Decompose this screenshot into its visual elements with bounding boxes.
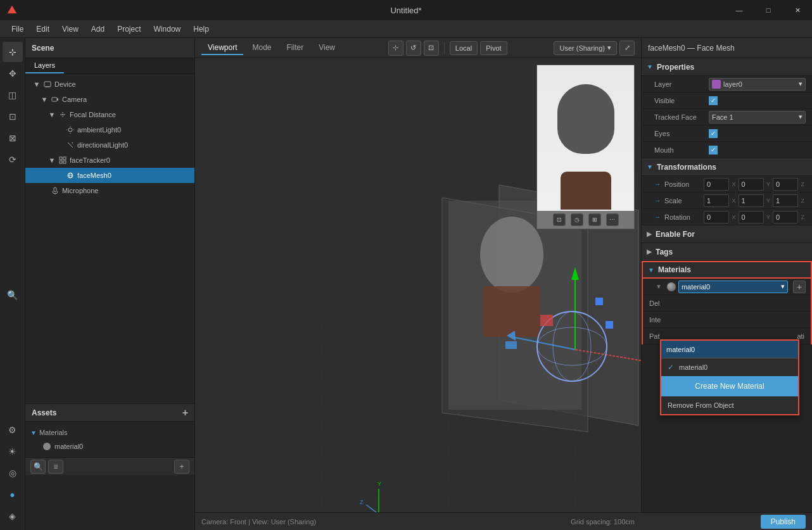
menu-file[interactable]: File — [5, 22, 30, 36]
assets-filter-btn[interactable]: ≡ — [48, 460, 63, 474]
tree-arrow-facetracker[interactable]: ▼ — [48, 156, 56, 164]
tree-item-focal[interactable]: ▼ Focal Distance — [25, 107, 194, 122]
layer-select[interactable]: layer0 ▾ — [709, 78, 806, 91]
transform-arrow: ▼ — [647, 163, 653, 170]
close-button[interactable]: ✕ — [783, 0, 812, 20]
mat-expand-arrow: ▼ — [656, 283, 662, 290]
mat-dropdown[interactable]: material0 ▾ — [678, 281, 788, 293]
svg-line-12 — [68, 142, 73, 148]
mouth-checkbox[interactable]: ✓ — [709, 146, 718, 155]
menu-bar: File Edit View Add Project Window Help — [0, 20, 812, 38]
tab-filter[interactable]: Filter — [281, 41, 310, 55]
tracked-face-select[interactable]: Face 1 ▾ — [709, 111, 806, 123]
tracked-face-chevron-icon: ▾ — [799, 113, 802, 121]
enable-for-arrow: ▶ — [647, 230, 652, 237]
assets-panel: Assets + ▼ Materials material0 🔍 ≡ + — [25, 403, 194, 530]
toolbar-bottom5[interactable]: ◈ — [3, 506, 23, 526]
section-enable-for[interactable]: ▶ Enable For — [642, 225, 812, 243]
tracked-face-label: Tracked Face — [654, 113, 705, 121]
vp-user-sharing-btn[interactable]: User (Sharing) ▾ — [554, 41, 617, 55]
vp-local-btn[interactable]: Local — [450, 41, 478, 55]
tab-viewport[interactable]: Viewport — [201, 41, 243, 55]
vp-rotate-btn[interactable]: ↺ — [406, 41, 421, 56]
vp-expand-btn[interactable]: ⤢ — [619, 41, 635, 56]
cam-btn4[interactable]: ⋯ — [606, 213, 619, 226]
toolbar-bottom1[interactable]: ⚙ — [3, 420, 23, 440]
scale-z-field[interactable]: 1 — [773, 194, 798, 207]
assets-add-btn[interactable]: + — [182, 407, 188, 419]
prop-layer: Layer layer0 ▾ — [642, 76, 812, 92]
toolbar-tool6[interactable]: ⟳ — [3, 149, 23, 170]
mat-add-btn[interactable]: + — [793, 281, 806, 293]
viewport-canvas[interactable]: X Y Z ⊡ ◷ ⊞ ⋯ — [195, 58, 641, 512]
vp-select-btn[interactable]: ⊹ — [388, 41, 403, 56]
asset-material0[interactable]: material0 — [25, 439, 194, 453]
assets-search-btn[interactable]: 🔍 — [30, 460, 46, 474]
eyes-checkbox[interactable]: ✓ — [709, 129, 718, 138]
toolbar-bottom2[interactable]: ☀ — [3, 441, 23, 462]
dropdown-item-material0[interactable]: ✓ material0 — [661, 358, 798, 376]
rotation-z-field[interactable]: 0 — [773, 211, 798, 224]
assets-group-arrow: ▼ — [30, 429, 37, 436]
maximize-button[interactable]: □ — [754, 0, 783, 20]
visible-checkbox[interactable]: ✓ — [709, 96, 718, 105]
menu-view[interactable]: View — [56, 22, 85, 36]
transform-position: → Position 0 X 0 Y 0 Z — [642, 176, 812, 192]
rotation-y-field[interactable]: 0 — [739, 211, 764, 224]
position-x-field[interactable]: 0 — [704, 178, 729, 191]
tree-item-facetracker[interactable]: ▼ faceTracker0 — [25, 153, 194, 168]
position-y-field[interactable]: 0 — [739, 178, 764, 191]
tree-item-directional[interactable]: ▶ directionalLight0 — [25, 137, 194, 153]
scale-y-field[interactable]: 1 — [739, 194, 764, 207]
toolbar-tool4[interactable]: ⊡ — [3, 106, 23, 127]
assets-group-materials[interactable]: ▼ Materials — [25, 426, 194, 439]
toolbar-tool5[interactable]: ⊠ — [3, 128, 23, 148]
position-z-field[interactable]: 0 — [773, 178, 798, 191]
tree-item-camera[interactable]: ▼ Camera — [25, 92, 194, 107]
props-header-label: faceMesh0 — Face Mesh — [648, 44, 735, 53]
section-materials[interactable]: ▼ Materials — [642, 261, 812, 279]
menu-add[interactable]: Add — [85, 22, 111, 36]
tree-arrow-device[interactable]: ▼ — [33, 80, 41, 88]
vp-scale-btn[interactable]: ⊡ — [424, 41, 439, 56]
cam-btn1[interactable]: ⊡ — [553, 213, 566, 226]
menu-help[interactable]: Help — [187, 22, 215, 36]
publish-button[interactable]: Publish — [761, 515, 806, 529]
create-new-material-button[interactable]: Create New Material — [661, 376, 798, 396]
menu-project[interactable]: Project — [111, 22, 147, 36]
toolbar-pan[interactable]: ✥ — [3, 63, 23, 84]
cam-btn2[interactable]: ◷ — [571, 213, 583, 226]
properties-header: faceMesh0 — Face Mesh — [642, 38, 812, 58]
scale-x-field[interactable]: 1 — [704, 194, 729, 207]
tree-item-device[interactable]: ▼ Device — [25, 77, 194, 92]
camera-preview-face — [537, 65, 634, 229]
cam-btn3[interactable]: ⊞ — [588, 213, 601, 226]
tab-mode[interactable]: Mode — [246, 41, 277, 55]
tree-item-microphone[interactable]: ▶ Microphone — [25, 183, 194, 198]
tree-item-ambient[interactable]: ▶ ambientLight0 — [25, 122, 194, 137]
material-sphere-icon — [43, 443, 51, 450]
microphone-icon — [51, 186, 60, 195]
toolbar-bottom4[interactable]: ● — [3, 484, 23, 505]
assets-add-bottom-btn[interactable]: + — [174, 460, 189, 474]
toolbar-bottom3[interactable]: ◎ — [3, 463, 23, 483]
scene-panel: Scene Layers ▼ Device ▼ Camera — [25, 38, 195, 530]
dropdown-search-field[interactable]: material0 — [661, 341, 798, 358]
remove-from-object-button[interactable]: Remove From Object — [661, 396, 798, 414]
tree-item-facemesh[interactable]: ▶ faceMesh0 — [25, 168, 194, 183]
tab-layers[interactable]: Layers — [25, 58, 64, 73]
menu-edit[interactable]: Edit — [30, 22, 56, 36]
menu-window[interactable]: Window — [148, 22, 187, 36]
tree-arrow-camera[interactable]: ▼ — [41, 96, 48, 103]
toolbar-tool3[interactable]: ◫ — [3, 85, 23, 105]
vp-pivot-btn[interactable]: Pivot — [480, 41, 507, 55]
section-transformations[interactable]: ▼ Transformations — [642, 158, 812, 176]
section-tags[interactable]: ▶ Tags — [642, 243, 812, 261]
rotation-x-field[interactable]: 0 — [704, 211, 729, 224]
section-properties[interactable]: ▼ Properties — [642, 58, 812, 76]
minimize-button[interactable]: — — [725, 0, 754, 20]
toolbar-search[interactable]: 🔍 — [3, 285, 23, 305]
toolbar-select[interactable]: ⊹ — [3, 42, 23, 62]
tree-arrow-focal[interactable]: ▼ — [48, 111, 56, 118]
tab-view[interactable]: View — [312, 41, 341, 55]
